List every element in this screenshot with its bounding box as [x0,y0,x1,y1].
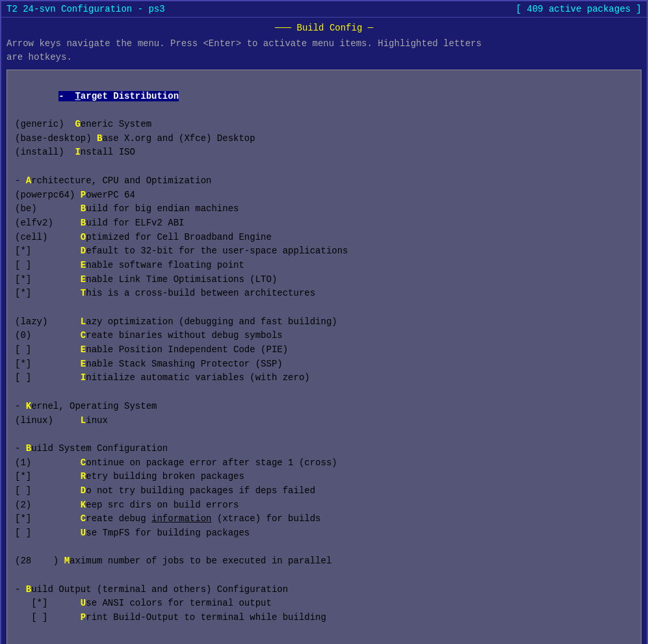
menu-item-keep-src[interactable]: (2) Keep src dirs on build errors [15,498,633,513]
blank3 [15,385,633,400]
blank7 [15,625,633,639]
blank6 [15,569,633,583]
menu-item-generic[interactable]: (generic) Generic System [15,118,633,132]
blank2 [15,301,633,315]
content-area: ─── Build Config ─ Arrow keys navigate t… [1,18,647,644]
title-right: [ 409 active packages ] [516,4,642,14]
menu-item-init-zero[interactable]: [ ] Initialize automatic variables (with… [15,371,633,385]
blank8 [15,639,633,645]
title-left: T2 24-svn Configuration - ps3 [6,4,165,14]
menu-item-cell[interactable]: (cell) Optimized for Cell Broadband Engi… [15,231,633,245]
menu-item-arch-header[interactable]: - Architecture, CPU and Optimization [15,174,633,188]
title-bar: T2 24-svn Configuration - ps3 [ 409 acti… [1,1,647,18]
menu-item-debug0[interactable]: (0) Create binaries without debug symbol… [15,329,633,343]
menu-item-retry[interactable]: [*] Retry building broken packages [15,470,633,484]
menu-item-build-out-header[interactable]: - Build Output (terminal and others) Con… [15,583,633,597]
menu-item-powerpc64[interactable]: (powerpc64) PowerPC 64 [15,188,633,203]
build-config-header: ─── Build Config ─ [6,23,642,33]
menu-item-continue1[interactable]: (1) Continue on package error after stag… [15,456,633,470]
menu-item-build-sys-header[interactable]: - Build System Configuration [15,442,633,456]
menu-item-parallel[interactable]: (28 ) Maximum number of jobs to be execu… [15,554,633,569]
blank5 [15,541,633,555]
menu-item-base-desktop[interactable]: (base-desktop) Base X.org and (Xfce) Des… [15,132,633,146]
menu-item-lto[interactable]: [*] Enable Link Time Optimisations (LTO) [15,273,633,287]
menu-item-debug-info[interactable]: [*] Create debug information (xtrace) fo… [15,512,633,526]
menu-item-pie[interactable]: [ ] Enable Position Independent Code (PI… [15,343,633,357]
instructions: Arrow keys navigate the menu. Press <Ent… [6,37,642,64]
menu-item-soft-float[interactable]: [ ] Enable software floating point [15,259,633,273]
terminal-window: T2 24-svn Configuration - ps3 [ 409 acti… [0,0,648,644]
menu-item-elfv2[interactable]: (elfv2) Build for ELFv2 ABI [15,216,633,231]
menu-item-ansi-colors[interactable]: [*] Use ANSI colors for terminal output [15,597,633,611]
menu-item-ssp[interactable]: [*] Enable Stack Smashing Protector (SSP… [15,357,633,372]
menu-item-linux[interactable]: (linux) Linux [15,414,633,428]
menu-item-install[interactable]: (install) Install ISO [15,146,633,160]
menu-item-default32[interactable]: [*] Default to 32-bit for the user-space… [15,244,633,259]
menu-item-cross-build[interactable]: [*] This is a cross-build between archit… [15,287,633,301]
menu-item-target-dist[interactable]: - Target Distribution [15,75,633,118]
blank4 [15,428,633,442]
menu-item-no-deps[interactable]: [ ] Do not try building packages if deps… [15,484,633,498]
menu-item-lazy[interactable]: (lazy) Lazy optimization (debugging and … [15,315,633,329]
menu-item-tmpfs[interactable]: [ ] Use TmpFS for building packages [15,526,633,541]
blank1 [15,160,633,174]
menu-item-be[interactable]: (be) Build for big endian machines [15,202,633,216]
menu-box[interactable]: - Target Distribution (generic) Generic … [6,70,642,644]
menu-item-print-output[interactable]: [ ] Print Build-Output to terminal while… [15,611,633,625]
menu-item-kernel-header[interactable]: - Kernel, Operating System [15,400,633,414]
